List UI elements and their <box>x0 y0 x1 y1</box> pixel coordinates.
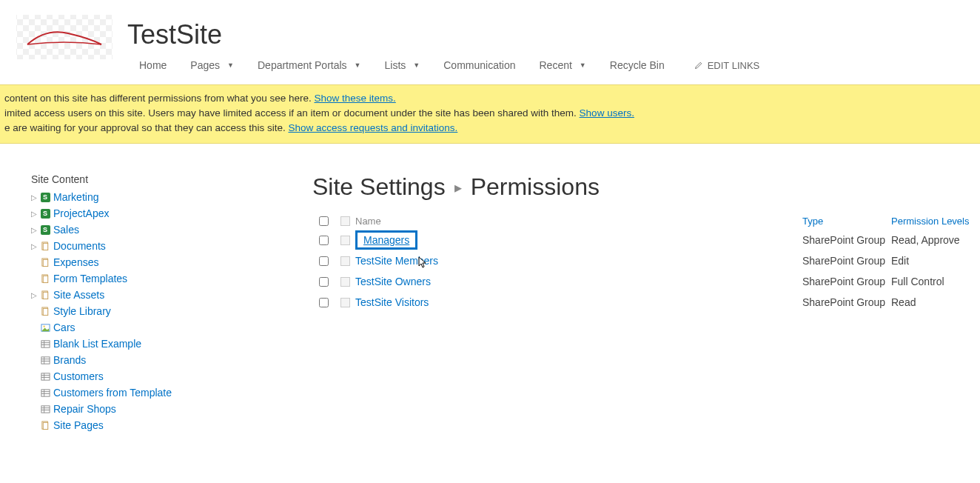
tree-item-label[interactable]: Marketing <box>53 191 98 203</box>
main-content: Site Settings ▸ Permissions Name Type Pe… <box>312 173 980 434</box>
nav-item-department-portals[interactable]: Department Portals▼ <box>246 56 373 74</box>
document-library-icon <box>40 420 50 430</box>
tree-item-expenses[interactable]: Expenses <box>31 255 312 270</box>
nav-item-recycle-bin[interactable]: Recycle Bin <box>598 56 677 74</box>
tree-item-style-library[interactable]: Style Library <box>31 304 312 319</box>
tree-item-site-pages[interactable]: Site Pages <box>31 418 312 433</box>
document-library-icon <box>40 257 50 267</box>
tree-item-customers[interactable]: Customers <box>31 369 312 384</box>
permission-group-link[interactable]: Managers <box>355 230 417 250</box>
permission-level: Edit <box>891 255 909 267</box>
tree-expand-icon[interactable]: ▷ <box>31 193 38 201</box>
list-icon <box>40 404 50 414</box>
nav-item-lists[interactable]: Lists▼ <box>373 56 432 74</box>
tree-item-blank-list-example[interactable]: Blank List Example <box>31 336 312 351</box>
select-all-checkbox[interactable] <box>319 216 329 226</box>
nav-item-home[interactable]: Home <box>127 56 178 74</box>
svg-rect-3 <box>43 259 48 266</box>
document-library-icon <box>40 306 50 316</box>
picture-library-icon <box>40 322 50 333</box>
site-logo[interactable] <box>16 15 113 59</box>
tree-item-label[interactable]: ProjectApex <box>53 207 109 219</box>
tree-expand-icon[interactable]: ▷ <box>31 210 38 218</box>
tree-item-label[interactable]: Style Library <box>53 305 111 317</box>
tree-item-label[interactable]: Site Pages <box>53 419 104 431</box>
row-select-checkbox[interactable] <box>319 236 329 245</box>
tree-expand-icon[interactable]: ▷ <box>31 291 38 299</box>
svg-rect-1 <box>43 243 48 250</box>
tree-item-label[interactable]: Cars <box>53 322 75 333</box>
tree-expand-icon[interactable]: ▷ <box>31 242 38 250</box>
permission-group-link[interactable]: TestSite Visitors <box>355 296 429 308</box>
svg-rect-9 <box>43 308 48 315</box>
permission-type: SharePoint Group <box>802 234 885 246</box>
document-library-icon <box>40 290 50 300</box>
row-attachment-checkbox-icon <box>340 298 350 307</box>
tree-item-label[interactable]: Repair Shops <box>53 403 116 415</box>
permission-type: SharePoint Group <box>802 296 885 308</box>
permissions-table: Name Type Permission Levels ManagersShar… <box>312 213 980 313</box>
tree-item-label[interactable]: Sales <box>53 224 79 236</box>
chevron-down-icon: ▼ <box>227 61 234 69</box>
tree-item-label[interactable]: Brands <box>53 354 86 366</box>
permission-group-link[interactable]: TestSite Members <box>355 255 438 267</box>
nav-item-label: Lists <box>385 59 406 71</box>
site-title[interactable]: TestSite <box>127 19 759 50</box>
svg-rect-24 <box>41 389 49 396</box>
tree-item-label[interactable]: Blank List Example <box>53 338 141 350</box>
nav-item-label: Recent <box>540 59 572 71</box>
nav-item-recent[interactable]: Recent▼ <box>528 56 598 74</box>
tree-item-repair-shops[interactable]: Repair Shops <box>31 402 312 416</box>
edit-links-button[interactable]: EDIT LINKS <box>694 60 760 71</box>
permission-level: Read, Approve <box>891 234 960 246</box>
show-users-link[interactable]: Show users. <box>580 107 634 119</box>
row-select-checkbox[interactable] <box>319 298 329 307</box>
tree-item-label[interactable]: Form Templates <box>53 273 127 284</box>
sidebar: Site Content ▷SMarketing▷SProjectApex▷SS… <box>31 173 312 434</box>
permission-row: ManagersSharePoint GroupRead, Approve <box>312 230 980 250</box>
breadcrumb-permissions: Permissions <box>471 173 600 201</box>
permission-group-link[interactable]: TestSite Owners <box>355 276 431 287</box>
tree-item-label[interactable]: Documents <box>53 240 106 252</box>
tree-item-label[interactable]: Site Assets <box>53 289 104 301</box>
name-column-header[interactable]: Name <box>355 216 381 227</box>
breadcrumb-site-settings[interactable]: Site Settings <box>312 173 446 201</box>
svg-rect-12 <box>41 340 49 347</box>
permission-level: Read <box>891 296 916 308</box>
show-items-link[interactable]: Show these items. <box>314 93 395 104</box>
tree-item-label[interactable]: Expenses <box>53 256 98 268</box>
tree-item-site-assets[interactable]: ▷Site Assets <box>31 287 312 302</box>
notification-line-1: content on this site has different permi… <box>4 91 980 106</box>
list-icon <box>40 355 50 365</box>
tree-item-sales[interactable]: ▷SSales <box>31 222 312 237</box>
type-column-header[interactable]: Type <box>802 216 823 227</box>
row-select-checkbox[interactable] <box>319 277 329 287</box>
tree-item-documents[interactable]: ▷Documents <box>31 239 312 253</box>
notification-line-2: imited access users on this site. Users … <box>4 106 980 121</box>
permission-level: Full Control <box>891 276 944 287</box>
tree-item-label[interactable]: Customers from Template <box>53 387 172 399</box>
tree-item-marketing[interactable]: ▷SMarketing <box>31 190 312 204</box>
nav-item-communication[interactable]: Communication <box>432 56 527 74</box>
permission-row: TestSite VisitorsSharePoint GroupRead <box>312 292 980 313</box>
tree-expand-icon[interactable]: ▷ <box>31 226 38 234</box>
tree-item-customers-from-template[interactable]: Customers from Template <box>31 385 312 400</box>
breadcrumb: Site Settings ▸ Permissions <box>312 173 980 201</box>
breadcrumb-separator-icon: ▸ <box>454 179 462 196</box>
nav-item-pages[interactable]: Pages▼ <box>178 56 246 74</box>
tree-item-label[interactable]: Customers <box>53 370 104 382</box>
tree-item-cars[interactable]: Cars <box>31 320 312 335</box>
tree-item-projectapex[interactable]: ▷SProjectApex <box>31 206 312 221</box>
chevron-down-icon: ▼ <box>580 61 586 69</box>
tree-item-form-templates[interactable]: Form Templates <box>31 271 312 286</box>
row-attachment-checkbox-icon <box>340 236 350 245</box>
nav-item-label: Communication <box>443 59 515 71</box>
show-access-requests-link[interactable]: Show access requests and invitations. <box>288 122 457 133</box>
permission-levels-column-header[interactable]: Permission Levels <box>891 216 970 227</box>
row-select-checkbox[interactable] <box>319 256 329 266</box>
svg-rect-7 <box>43 292 48 299</box>
svg-rect-28 <box>41 405 49 412</box>
tree-item-brands[interactable]: Brands <box>31 353 312 367</box>
svg-point-11 <box>43 325 44 327</box>
body-area: Site Content ▷SMarketing▷SProjectApex▷SS… <box>0 144 980 434</box>
